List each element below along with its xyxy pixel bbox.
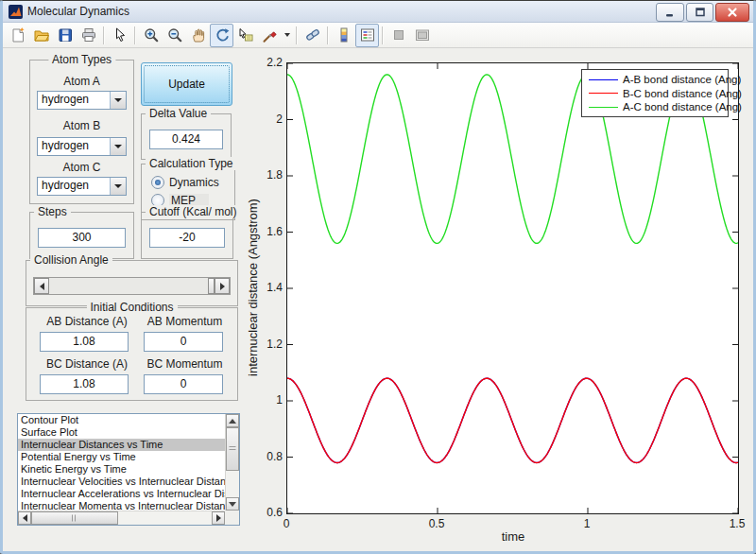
printer-icon [80, 26, 97, 43]
delta-value-field[interactable]: 0.424 [149, 130, 223, 149]
new-file-button[interactable] [6, 24, 29, 47]
list-item[interactable]: Internuclear Distances vs Time [18, 439, 225, 451]
brush-data-button[interactable] [257, 24, 281, 47]
zoom-in-button[interactable] [139, 24, 163, 47]
atom-b-value: hydrogen [42, 139, 89, 152]
x-tick-label: 1 [566, 517, 608, 530]
list-item[interactable]: Potential Energy vs Time [18, 451, 225, 463]
bc-momentum-field[interactable]: 0 [144, 374, 223, 394]
atom-b-label: Atom B [30, 119, 133, 132]
zoom-in-icon [143, 26, 160, 43]
list-item[interactable]: Contour Plot [18, 414, 225, 426]
plot-type-listbox[interactable]: Contour PlotSurface PlotInternuclear Dis… [17, 413, 240, 526]
insert-colorbar-button[interactable] [332, 24, 355, 47]
atom-c-select[interactable]: hydrogen [37, 177, 127, 196]
panel-title: Atom Types [48, 53, 115, 66]
vertical-scrollbar[interactable] [225, 414, 239, 511]
scroll-up-button[interactable] [226, 414, 239, 427]
radio-selected-icon[interactable] [151, 176, 164, 189]
show-plot-tools-dock-button[interactable] [410, 24, 434, 47]
chevron-down-icon[interactable] [110, 92, 126, 109]
legend-icon [359, 26, 376, 43]
toolbar-separator [103, 26, 105, 44]
plot-legend[interactable]: A-B bond distance (Ang)B-C bond distance… [581, 69, 729, 117]
pan-hand-icon [190, 26, 207, 43]
list-item[interactable]: Kinetic Energy vs Time [18, 463, 225, 476]
legend-line-sample [589, 107, 618, 108]
legend-entry-label: B-C bond distance (Ang) [623, 88, 742, 99]
panel-title: Calculation Type [146, 157, 237, 170]
brush-dropdown-button[interactable] [281, 24, 293, 47]
atom-c-value: hydrogen [42, 179, 89, 192]
atom-a-value: hydrogen [42, 93, 89, 106]
toolbar-separator [296, 26, 298, 44]
slider-thumb[interactable] [208, 278, 215, 294]
scroll-left-button[interactable] [18, 511, 31, 525]
panel-title: Steps [34, 205, 71, 218]
atom-a-label: Atom A [30, 75, 133, 88]
pan-button[interactable] [186, 24, 210, 47]
save-floppy-icon [57, 26, 74, 43]
print-button[interactable] [77, 24, 100, 47]
bc-distance-field[interactable]: 1.08 [40, 374, 129, 394]
pointer-tool-button[interactable] [108, 24, 131, 47]
open-file-button[interactable] [29, 24, 53, 47]
atom-b-select[interactable]: hydrogen [37, 137, 127, 156]
scroll-right-button[interactable] [212, 511, 225, 525]
list-item[interactable]: Surface Plot [18, 426, 225, 439]
ab-momentum-field[interactable]: 0 [144, 332, 223, 352]
collision-angle-slider[interactable] [33, 277, 231, 295]
toolbar-separator [327, 26, 329, 44]
save-button[interactable] [53, 24, 77, 47]
bc-distance-label: BC Distance (A) [36, 357, 138, 371]
minimize-icon [664, 7, 676, 18]
list-item[interactable]: Internuclear Accelerations vs Internucle… [18, 488, 225, 500]
cutoff-field[interactable]: -20 [149, 228, 225, 248]
close-button[interactable] [715, 3, 749, 22]
x-tick-label: 0.5 [416, 517, 457, 530]
insert-legend-button[interactable] [355, 24, 379, 47]
ab-distance-field[interactable]: 1.08 [40, 332, 129, 352]
data-cursor-icon [237, 26, 254, 43]
matlab-icon [9, 5, 23, 19]
steps-field[interactable]: 300 [38, 228, 126, 248]
minimize-button[interactable] [656, 3, 684, 22]
atom-c-label: Atom C [30, 161, 133, 174]
new-file-icon [9, 26, 26, 43]
slider-right-arrow[interactable] [215, 278, 230, 294]
chevron-down-icon[interactable] [110, 178, 126, 195]
app-window: Molecular Dynamics [0, 0, 756, 554]
data-cursor-button[interactable] [233, 24, 257, 47]
title-bar: Molecular Dynamics [3, 1, 753, 23]
panel-title: Initial Conditions [86, 301, 177, 314]
list-item[interactable]: Internuclear Velocities vs Internuclear … [18, 476, 225, 488]
link-plots-button[interactable] [301, 24, 324, 47]
collision-angle-panel: Collision Angle [26, 260, 238, 306]
scrollbar-thumb[interactable] [31, 511, 118, 525]
zoom-out-button[interactable] [163, 24, 186, 47]
scrollbar-thumb[interactable] [226, 427, 239, 471]
maximize-icon [695, 7, 706, 18]
slider-left-arrow[interactable] [34, 278, 49, 294]
window-title: Molecular Dynamics [27, 5, 129, 18]
radio-dynamics-label: Dynamics [169, 176, 219, 189]
scrollbar-corner [225, 511, 239, 525]
rotate-3d-button[interactable] [210, 24, 233, 47]
x-tick-label: 1.5 [716, 517, 756, 530]
legend-line-sample [589, 93, 618, 94]
legend-entries: A-B bond distance (Ang)B-C bond distance… [589, 73, 728, 114]
atom-a-select[interactable]: hydrogen [37, 91, 127, 110]
figure-canvas: Atom Types Atom A hydrogen Atom B hydrog… [3, 48, 753, 552]
x-axis-label: time [492, 529, 534, 544]
y-tick-label: 1.8 [241, 168, 283, 182]
toolbar-separator [134, 26, 136, 44]
list-item[interactable]: Internuclear Momenta vs Internuclear Dis… [18, 500, 225, 511]
hide-plot-tools-button[interactable] [387, 24, 410, 47]
horizontal-scrollbar[interactable] [18, 511, 225, 525]
radio-dynamics[interactable]: Dynamics [151, 176, 219, 189]
maximize-button[interactable] [686, 3, 713, 22]
update-button[interactable]: Update [141, 62, 232, 106]
chevron-down-icon[interactable] [110, 138, 126, 155]
figure-toolbar [3, 23, 753, 48]
scroll-down-button[interactable] [226, 497, 239, 511]
